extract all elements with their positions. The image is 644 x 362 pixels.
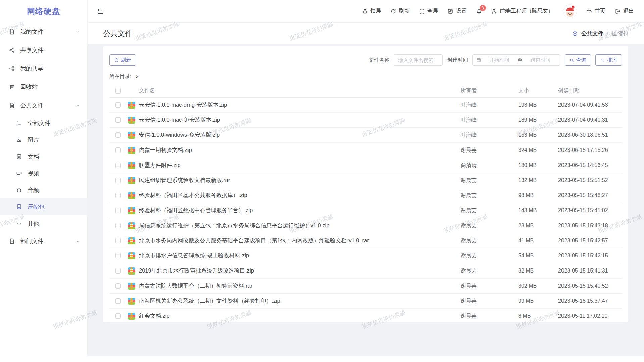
table-row[interactable]: 终验材料（福田区基本公共服务数据库）.zip 谢晨芸 98 MB 2023-05… [109,188,622,203]
table-row[interactable]: 红会文档.zip 谢晨芸 8 MB 2023-05-11 17:02:10 [109,309,622,324]
row-checkbox[interactable] [115,268,121,274]
trash-icon [9,84,15,90]
user-menu[interactable]: 前端工程师（陈思文） [491,8,553,15]
query-button[interactable]: 查询 [565,54,591,66]
row-checkbox[interactable] [115,132,121,138]
row-checkbox[interactable] [115,283,121,289]
settings-button[interactable]: 设置 [447,8,467,15]
home-button[interactable]: 首页 [586,8,605,15]
file-name[interactable]: 云安信-1.0.0-mac-dmg-安装版本.zip [139,101,227,109]
sidebar-item-documents[interactable]: 文档 [0,148,87,165]
table-row[interactable]: 北京市排水户信息管理系统-竣工验收材料.zip 谢晨芸 54 MB 2023-0… [109,248,622,263]
select-all-checkbox[interactable] [115,88,121,94]
user-avatar[interactable] [563,4,577,18]
table-row[interactable]: 内蒙古法院大数据平台（二期）初验前资料.rar 谢晨芸 302 MB 2023-… [109,279,622,294]
end-date-placeholder[interactable]: 结束时间 [525,57,557,63]
zip-file-icon [128,207,135,214]
row-checkbox[interactable] [115,208,121,213]
sidebar-item-all-files[interactable]: 全部文件 [0,115,87,131]
chevron-up-icon [75,103,80,108]
file-name[interactable]: 南海区机关新办公系统（二期）文件资料（终验打印）.zip [139,297,280,305]
table-row[interactable]: 终验材料（福田区数据中心管理服务平台）.zip 谢晨芸 143 MB 2023-… [109,203,622,218]
breadcrumb-root[interactable]: 公共文件 [581,30,603,37]
sidebar-item-label: 其他 [28,220,80,228]
sidebar-item-recycle-bin[interactable]: 回收站 [0,78,87,96]
column-filename: 文件名 [128,87,461,94]
table-row[interactable]: 南海区机关新办公系统（二期）文件资料（终验打印）.zip 谢晨芸 99 MB 2… [109,294,622,309]
zip-file-icon [128,177,135,184]
date-range-picker[interactable]: 开始时间 至 结束时间 [472,54,560,66]
file-created: 2023-05-15 15:40:52 [558,283,622,289]
sort-icon [600,58,605,63]
row-checkbox[interactable] [115,238,121,243]
file-created: 2023-05-15 15:42:15 [558,253,622,259]
file-name[interactable]: 终验材料（福田区基本公共服务数据库）.zip [139,192,247,199]
file-name[interactable]: 北京市排水户信息管理系统-竣工验收材料.zip [139,252,249,259]
sidebar-item-department-files[interactable]: 部门文件 [0,232,87,250]
row-checkbox[interactable] [115,223,121,228]
table-row[interactable]: 民建组织管理系统验收文档最新版.rar 谢晨芸 132 MB 2023-05-1… [109,173,622,188]
table-row[interactable]: 局信息系统运行维护（第五包：北京市水务局综合信息平台运行维护）v1.0.zip … [109,218,622,233]
breadcrumb-separator: / [607,30,608,37]
file-icon [9,102,15,109]
notifications-button[interactable]: 3 [476,8,482,14]
sidebar-item-videos[interactable]: 视频 [0,165,87,182]
table-row[interactable]: 云安信-1.0.0-mac-免安装版本.zip 叶海峰 189 MB 2023-… [109,113,622,128]
file-created: 2023-05-15 15:41:31 [558,268,622,274]
collapse-sidebar-icon[interactable] [97,8,104,15]
row-checkbox[interactable] [115,102,121,108]
file-size: 153 MB [518,132,558,138]
table-row[interactable]: 安信-1.0.0-windows-免安装版.zip 叶海峰 153 MB 202… [109,128,622,143]
content-area: 刷新 文件名称 创建时间 开始时间 至 结束时间 查询 [88,44,644,356]
file-name[interactable]: 北京市水务局内网改版及公共服务基础平台建设项目（第1包：内网改版）终验验文档-v… [139,237,369,244]
sidebar-item-audios[interactable]: 音频 [0,182,87,198]
file-name[interactable]: 局信息系统运行维护（第五包：北京市水务局综合信息平台运行维护）v1.0.zip [139,222,329,229]
sidebar-item-my-share[interactable]: 我的共享 [0,59,87,78]
user-icon [491,8,497,14]
date-range-to-label: 至 [518,57,523,63]
sort-button[interactable]: 排序 [595,54,622,66]
file-name[interactable]: 内蒙古法院大数据平台（二期）初验前资料.rar [139,282,252,290]
table-row[interactable]: 联盟办件附件.zip 商清清 180 MB 2023-06-15 14:56:4… [109,158,622,173]
file-owner: 叶海峰 [461,132,518,139]
row-checkbox[interactable] [115,117,121,123]
file-name[interactable]: 联盟办件附件.zip [139,162,181,169]
logout-button[interactable]: 退出 [615,8,634,15]
table-row[interactable]: 内蒙一期初验文档.zip 谢晨芸 324 MB 2023-06-15 17:15… [109,143,622,158]
app-logo: 网络硬盘 [0,0,87,22]
filename-search-input[interactable] [394,54,443,66]
sidebar-item-my-files[interactable]: 我的文件 [0,22,87,41]
file-name[interactable]: 2019年北京市水行政审批系统升级改造项目.zip [139,267,254,275]
row-checkbox[interactable] [115,193,121,198]
file-name[interactable]: 内蒙一期初验文档.zip [139,146,192,154]
sidebar-item-share-files[interactable]: 共享文件 [0,41,87,59]
row-checkbox[interactable] [115,163,121,168]
row-checkbox[interactable] [115,253,121,258]
sidebar-item-others[interactable]: 其他 [0,215,87,232]
fullscreen-button[interactable]: 全屏 [419,8,438,15]
start-date-placeholder[interactable]: 开始时间 [483,57,516,63]
sidebar-item-archives[interactable]: 压缩包 [0,198,87,215]
table-row[interactable]: 2019年北京市水行政审批系统升级改造项目.zip 谢晨芸 32 MB 2023… [109,263,622,279]
refresh-button[interactable]: 刷新 [109,54,136,66]
file-name[interactable]: 民建组织管理系统验收文档最新版.rar [139,177,230,184]
file-name[interactable]: 终验材料（福田区数据中心管理服务平台）.zip [139,207,253,214]
sidebar-item-label: 我的共享 [20,65,80,72]
table-row[interactable]: 云安信-1.0.0-mac-dmg-安装版本.zip 叶海峰 193 MB 20… [109,98,622,113]
file-name[interactable]: 安信-1.0.0-windows-免安装版.zip [139,131,220,139]
file-name[interactable]: 红会文档.zip [139,312,170,320]
lock-screen-button[interactable]: 锁屏 [362,8,381,15]
row-checkbox[interactable] [115,147,121,153]
zip-file-icon [128,192,135,199]
row-checkbox[interactable] [115,313,121,319]
row-checkbox[interactable] [115,298,121,304]
row-checkbox[interactable] [115,178,121,183]
sidebar-item-public-files[interactable]: 公共文件 [0,96,87,115]
refresh-button[interactable]: 刷新 [390,8,410,15]
table-row[interactable]: 北京市水务局内网改版及公共服务基础平台建设项目（第1包：内网改版）终验验文档-v… [109,233,622,248]
directory-root-arrow[interactable]: > [136,74,138,79]
filter-bar: 文件名称 创建时间 开始时间 至 结束时间 查询 [369,54,622,66]
topbar-action-group: 锁屏 刷新 全屏 设置 [362,8,467,15]
file-name[interactable]: 云安信-1.0.0-mac-免安装版本.zip [139,116,220,124]
sidebar-item-images[interactable]: 图片 [0,131,87,148]
